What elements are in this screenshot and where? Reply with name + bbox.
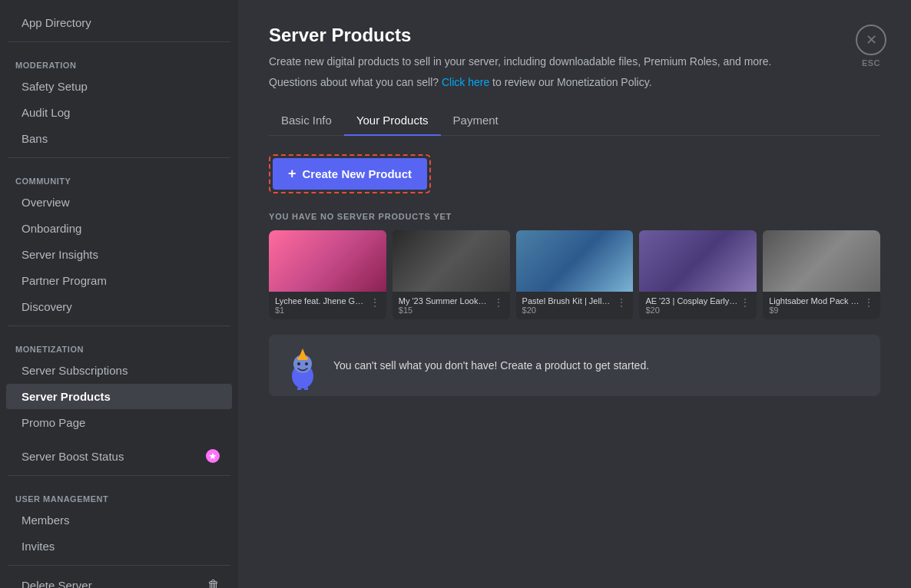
svg-marker-2 — [299, 349, 306, 358]
page-title: Server Products — [269, 25, 880, 46]
product-card-price-2: $20 — [522, 306, 615, 315]
create-btn-wrapper: + Create New Product — [269, 154, 431, 193]
sidebar-item-audit-log[interactable]: Audit Log — [6, 100, 232, 125]
product-card-menu-2[interactable]: ⋮ — [616, 296, 627, 309]
tab-payment[interactable]: Payment — [441, 106, 511, 136]
empty-state-text: You can't sell what you don't have! Crea… — [333, 358, 649, 374]
sidebar-item-label: Promo Page — [22, 416, 85, 429]
monetization-policy-link[interactable]: Click here — [442, 76, 489, 88]
sidebar-item-delete-server[interactable]: Delete Server 🗑 — [6, 572, 232, 588]
product-card-info-4: Lightsaber Mod Pack | H... $9 ⋮ — [763, 292, 880, 319]
sidebar-divider-5 — [8, 565, 230, 566]
product-card-info-0: Lychee feat. Jhene Geico $1 ⋮ — [269, 292, 386, 319]
esc-button[interactable]: ✕ ESC — [856, 25, 886, 68]
sidebar-item-invites[interactable]: Invites — [6, 533, 232, 559]
sidebar-item-label: Delete Server — [22, 579, 92, 589]
svg-rect-3 — [297, 357, 308, 360]
create-new-product-button[interactable]: + Create New Product — [273, 158, 427, 190]
sidebar-item-members[interactable]: Members — [6, 507, 232, 533]
sidebar-item-label: Server Products — [22, 390, 111, 403]
boost-badge-icon — [206, 449, 220, 463]
product-card-image-2 — [516, 230, 634, 292]
sidebar-item-overview[interactable]: Overview — [6, 190, 232, 215]
sidebar-item-app-directory[interactable]: App Directory — [6, 10, 232, 35]
sidebar-item-server-boost-status[interactable]: Server Boost Status — [6, 443, 232, 469]
section-label-user-management: User Management — [0, 482, 238, 507]
sidebar-item-label: Members — [22, 514, 70, 527]
sidebar-item-bans[interactable]: Bans — [6, 126, 232, 151]
sidebar-item-label: Overview — [22, 196, 70, 209]
sidebar-item-label: Onboarding — [22, 222, 81, 235]
section-label-community: Community — [0, 164, 238, 189]
sidebar-divider-2 — [8, 157, 230, 158]
sidebar-item-onboarding[interactable]: Onboarding — [6, 216, 232, 241]
sidebar-item-label: Partner Program — [22, 274, 107, 287]
sidebar-item-label: Discovery — [22, 300, 72, 313]
svg-rect-6 — [297, 387, 301, 390]
section-label-moderation: Moderation — [0, 48, 238, 73]
sidebar-divider — [8, 41, 230, 42]
svg-point-4 — [297, 362, 300, 365]
product-card-name-1: My '23 Summer Lookbook — [399, 296, 491, 306]
product-card-image-1 — [393, 230, 510, 292]
product-card-image-4 — [763, 230, 880, 292]
product-card-menu-0[interactable]: ⋮ — [369, 296, 380, 309]
no-products-label: YOU HAVE NO SERVER PRODUCTS YET — [269, 212, 880, 221]
sidebar: App Directory Moderation Safety Setup Au… — [0, 0, 238, 588]
section-label-monetization: Monetization — [0, 332, 238, 357]
product-card-price-4: $9 — [769, 306, 861, 315]
sidebar-item-label: Audit Log — [22, 106, 70, 119]
product-card-image-0 — [269, 230, 386, 292]
product-card-0: Lychee feat. Jhene Geico $1 ⋮ — [269, 230, 386, 319]
product-card-name-0: Lychee feat. Jhene Geico — [275, 296, 367, 306]
sidebar-item-label: Server Insights — [22, 248, 98, 261]
product-card-price-1: $15 — [399, 306, 491, 315]
esc-label: ESC — [862, 58, 880, 68]
page-description-1: Create new digital products to sell in y… — [269, 54, 880, 70]
sidebar-item-discovery[interactable]: Discovery — [6, 294, 232, 319]
tab-basic-info[interactable]: Basic Info — [269, 106, 344, 136]
product-card-menu-4[interactable]: ⋮ — [863, 296, 874, 309]
tabs: Basic Info Your Products Payment — [269, 106, 880, 136]
product-card-2: Pastel Brush Kit | Jellydoosart $20 ⋮ — [516, 230, 634, 319]
sidebar-divider-4 — [8, 475, 230, 476]
sidebar-item-label: Bans — [22, 132, 48, 145]
sidebar-item-server-products[interactable]: Server Products — [6, 384, 232, 409]
product-card-1: My '23 Summer Lookbook $15 ⋮ — [393, 230, 510, 319]
sidebar-item-label: Safety Setup — [22, 80, 88, 93]
trash-icon: 🗑 — [207, 578, 220, 588]
product-card-info-3: AE '23 | Cosplay Early Looks $20 ⋮ — [639, 292, 757, 319]
sidebar-item-promo-page[interactable]: Promo Page — [6, 410, 232, 435]
create-btn-label: Create New Product — [303, 167, 412, 180]
plus-icon: + — [288, 166, 296, 182]
sidebar-divider-3 — [8, 325, 230, 326]
product-card-price-3: $20 — [645, 306, 737, 315]
empty-state: You can't sell what you don't have! Crea… — [269, 335, 880, 396]
product-card-info-1: My '23 Summer Lookbook $15 ⋮ — [393, 292, 510, 319]
sidebar-item-label: App Directory — [22, 16, 91, 29]
product-card-4: Lightsaber Mod Pack | H... $9 ⋮ — [763, 230, 880, 319]
product-card-info-2: Pastel Brush Kit | Jellydoosart $20 ⋮ — [516, 292, 634, 319]
svg-point-5 — [305, 362, 308, 365]
sidebar-item-partner-program[interactable]: Partner Program — [6, 268, 232, 293]
page-description-2: Questions about what you can sell? Click… — [269, 74, 880, 91]
sidebar-item-label: Server Subscriptions — [22, 364, 128, 377]
product-card-3: AE '23 | Cosplay Early Looks $20 ⋮ — [639, 230, 757, 319]
product-card-name-2: Pastel Brush Kit | Jellydoosart — [522, 296, 615, 306]
product-examples-row: Lychee feat. Jhene Geico $1 ⋮ My '23 Sum… — [269, 230, 880, 319]
product-card-name-4: Lightsaber Mod Pack | H... — [769, 296, 861, 306]
product-card-menu-3[interactable]: ⋮ — [740, 296, 750, 309]
product-card-price-0: $1 — [275, 306, 367, 315]
sidebar-item-label: Invites — [22, 540, 55, 553]
main-content: ✕ ESC Server Products Create new digital… — [238, 0, 911, 588]
product-card-menu-1[interactable]: ⋮ — [493, 296, 504, 309]
svg-rect-7 — [304, 387, 308, 390]
product-card-image-3 — [639, 230, 757, 292]
empty-state-character-icon — [284, 347, 321, 384]
tab-your-products[interactable]: Your Products — [344, 106, 441, 136]
sidebar-item-safety-setup[interactable]: Safety Setup — [6, 74, 232, 99]
sidebar-item-server-subscriptions[interactable]: Server Subscriptions — [6, 358, 232, 383]
sidebar-item-server-insights[interactable]: Server Insights — [6, 242, 232, 267]
sidebar-item-label: Server Boost Status — [22, 450, 124, 463]
esc-circle-icon: ✕ — [856, 25, 886, 55]
